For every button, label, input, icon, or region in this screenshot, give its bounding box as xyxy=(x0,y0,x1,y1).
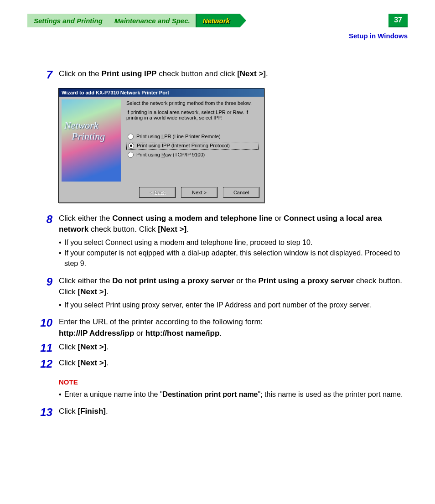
text-bold: [Next >] xyxy=(237,69,266,78)
radio-print-ipp[interactable]: Print using IPP (Internet Printing Proto… xyxy=(126,142,259,150)
step-number: 11 xyxy=(27,342,59,355)
step-number: 13 xyxy=(27,406,59,419)
tab-label: Settings and Printing xyxy=(34,17,103,25)
dialog-content: Select the network printing method from … xyxy=(121,99,261,182)
tab-label: Maintenance and Spec. xyxy=(114,17,190,25)
step-11: 11 Click [Next >]. xyxy=(27,342,408,355)
tab-network[interactable]: Network xyxy=(196,14,240,27)
page: Settings and Printing Maintenance and Sp… xyxy=(0,0,435,440)
dialog-button-row: < Back Next > Cancel xyxy=(59,184,264,203)
step-text: Click [Next >]. NOTE •Enter a unique nam… xyxy=(59,358,408,403)
step-text: Click on the Print using IPP check butto… xyxy=(59,68,408,82)
section-link[interactable]: Setup in Windows xyxy=(349,32,408,40)
radio-label: Print using IPP (Internet Printing Proto… xyxy=(137,143,230,148)
cancel-button[interactable]: Cancel xyxy=(223,187,259,198)
step-8: 8 Click either the Connect using a modem… xyxy=(27,213,408,273)
dialog-screenshot: Wizard to add KX-P7310 Network Printer P… xyxy=(58,88,408,203)
header: Settings and Printing Maintenance and Sp… xyxy=(27,14,408,36)
tab-bar: Settings and Printing Maintenance and Sp… xyxy=(27,14,408,27)
bullet-list: •If you select Print using proxy server,… xyxy=(59,300,408,310)
content: 7 Click on the Print using IPP check but… xyxy=(27,68,408,419)
step-7: 7 Click on the Print using IPP check but… xyxy=(27,68,408,82)
radio-icon xyxy=(128,152,134,158)
bullet-item: •If you select Connect using a modem and… xyxy=(59,237,408,248)
radio-icon xyxy=(128,134,134,140)
image-text: Network xyxy=(64,120,98,131)
radio-label: Print using Raw (TCP/IP 9100) xyxy=(136,152,205,157)
step-9: 9 Click either the Do not print using a … xyxy=(27,275,408,314)
text: check button and click xyxy=(156,69,237,78)
dialog-title-bar: Wizard to add KX-P7310 Network Printer P… xyxy=(59,88,264,97)
note-label: NOTE xyxy=(59,377,408,387)
bullet-list: •If you select Connect using a modem and… xyxy=(59,237,408,269)
back-button: < Back xyxy=(139,187,176,198)
step-number: 8 xyxy=(27,213,59,273)
bullet-item: •If your computer is not eqipped with a … xyxy=(59,248,408,269)
step-10: 10 Enter the URL of the printer accordin… xyxy=(27,317,408,339)
text: Click on the xyxy=(59,69,102,78)
note-bullets: •Enter a unique name into the "Destinati… xyxy=(59,389,408,400)
step-number: 12 xyxy=(27,358,59,403)
image-text: Printing xyxy=(72,130,105,142)
tab-settings-printing[interactable]: Settings and Printing xyxy=(27,14,113,27)
dialog-sidebar-image: Network Printing xyxy=(62,99,121,182)
step-text: Enter the URL of the printer according t… xyxy=(59,317,408,339)
step-text: Click [Finish]. xyxy=(59,406,408,419)
step-text: Click either the Connect using a modem a… xyxy=(59,213,408,273)
tab-maintenance-spec[interactable]: Maintenance and Spec. xyxy=(108,14,200,27)
step-13: 13 Click [Finish]. xyxy=(27,406,408,419)
radio-icon xyxy=(128,143,134,149)
dialog-instruction: Select the network printing method from … xyxy=(126,100,259,106)
bullet-item: •Enter a unique name into the "Destinati… xyxy=(59,389,408,400)
radio-print-lpr[interactable]: Print using LPR (Line Printer Remote) xyxy=(126,133,259,140)
bullet-item: •If you select Print using proxy server,… xyxy=(59,300,408,310)
wizard-dialog: Wizard to add KX-P7310 Network Printer P… xyxy=(58,88,264,203)
step-text: Click [Next >]. xyxy=(59,342,408,355)
text-bold: Print using IPP xyxy=(102,69,157,78)
step-number: 10 xyxy=(27,317,59,339)
page-number: 37 xyxy=(388,14,408,27)
radio-print-raw[interactable]: Print using Raw (TCP/IP 9100) xyxy=(126,151,259,158)
next-button[interactable]: Next > xyxy=(181,187,218,198)
text: . xyxy=(266,69,268,78)
tab-label: Network xyxy=(203,17,230,25)
radio-label: Print using LPR (Line Printer Remote) xyxy=(136,134,221,139)
step-text: Click either the Do not print using a pr… xyxy=(59,275,408,314)
step-number: 9 xyxy=(27,275,59,314)
dialog-instruction: If printing in a local area network, sel… xyxy=(126,109,259,120)
dialog-body: Network Printing Select the network prin… xyxy=(59,97,264,184)
step-12: 12 Click [Next >]. NOTE •Enter a unique … xyxy=(27,358,408,403)
step-number: 7 xyxy=(27,68,59,82)
